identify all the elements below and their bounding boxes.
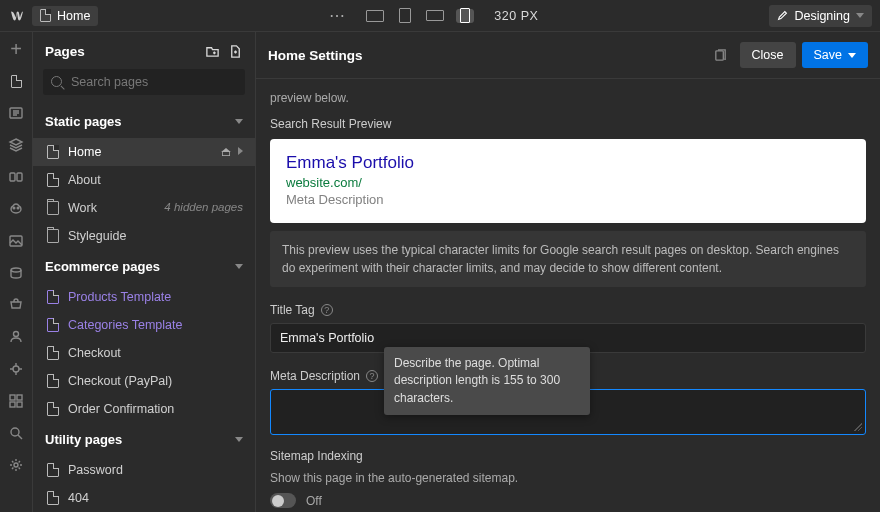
breadcrumb-label: Home	[57, 9, 90, 23]
preview-url: website.com/	[286, 175, 850, 190]
section-utility-pages[interactable]: Utility pages	[33, 423, 255, 456]
page-row-categories-template[interactable]: Categories Template	[33, 311, 255, 339]
page-row-about[interactable]: About	[33, 166, 255, 194]
svg-rect-9	[10, 395, 15, 400]
viewport-size: 320 PX	[494, 9, 538, 23]
page-row-home[interactable]: Home	[33, 138, 255, 166]
sitemap-state: Off	[306, 494, 322, 508]
topbar: Home ⋯ 320 PX Designing	[0, 0, 880, 32]
section-static-pages[interactable]: Static pages	[33, 105, 255, 138]
folder-icon	[47, 201, 59, 215]
page-row-order-confirmation[interactable]: Order Confirmation	[33, 395, 255, 423]
svg-point-7	[14, 332, 19, 337]
page-row-work[interactable]: Work 4 hidden pages	[33, 194, 255, 222]
svg-rect-12	[17, 402, 22, 407]
search-placeholder: Search pages	[71, 75, 148, 89]
chevron-down-icon	[856, 13, 864, 18]
page-icon	[47, 173, 59, 187]
app-logo-icon	[8, 7, 26, 25]
cms-icon[interactable]	[7, 264, 25, 282]
chevron-down-icon	[848, 53, 856, 58]
tablet-landscape-icon[interactable]	[426, 9, 444, 23]
page-row-checkout[interactable]: Checkout	[33, 339, 255, 367]
search-preview-label: Search Result Preview	[270, 117, 866, 131]
page-icon	[47, 402, 59, 416]
pages-panel: Pages Search pages Static pages Home Abo…	[33, 32, 256, 512]
new-page-icon[interactable]	[228, 44, 243, 59]
pages-title: Pages	[45, 44, 197, 59]
page-icon	[47, 374, 59, 388]
preview-tail-text: preview below.	[270, 91, 866, 105]
settings-title: Home Settings	[268, 48, 713, 63]
chevron-right-icon	[238, 147, 243, 155]
search-icon[interactable]	[7, 424, 25, 442]
preview-title: Emma's Portfolio	[286, 153, 850, 173]
desktop-device-icon[interactable]	[366, 9, 384, 23]
copy-icon[interactable]	[713, 48, 728, 63]
left-rail: +	[0, 32, 33, 512]
svg-rect-15	[715, 50, 723, 59]
svg-point-3	[13, 207, 15, 209]
settings-body: preview below. Search Result Preview Emm…	[256, 79, 880, 512]
svg-rect-2	[17, 173, 22, 181]
page-icon	[47, 318, 59, 332]
help-icon[interactable]: ?	[366, 370, 378, 382]
help-icon[interactable]: ?	[321, 304, 333, 316]
search-result-preview: Emma's Portfolio website.com/ Meta Descr…	[270, 139, 866, 223]
add-element-icon[interactable]: +	[7, 40, 25, 58]
page-row-styleguide[interactable]: Styleguide	[33, 222, 255, 250]
svg-rect-1	[10, 173, 15, 181]
svg-point-6	[11, 268, 21, 272]
phone-device-icon[interactable]	[456, 9, 474, 23]
page-icon	[47, 145, 59, 159]
preview-description: Meta Description	[286, 192, 850, 207]
section-ecommerce-pages[interactable]: Ecommerce pages	[33, 250, 255, 283]
page-icon	[47, 491, 59, 505]
breadcrumb-home[interactable]: Home	[32, 6, 98, 26]
svg-point-14	[14, 463, 18, 467]
style-icon[interactable]	[7, 200, 25, 218]
sitemap-toggle[interactable]	[270, 493, 296, 508]
tablet-device-icon[interactable]	[396, 9, 414, 23]
apps-icon[interactable]	[7, 392, 25, 410]
page-row-password[interactable]: Password	[33, 456, 255, 484]
save-button[interactable]: Save	[802, 42, 869, 68]
search-icon	[51, 76, 64, 89]
navigator-icon[interactable]	[7, 104, 25, 122]
users-icon[interactable]	[7, 328, 25, 346]
sitemap-label: Sitemap Indexing	[270, 449, 866, 463]
components-icon[interactable]	[7, 136, 25, 154]
page-row-products-template[interactable]: Products Template	[33, 283, 255, 311]
ecommerce-icon[interactable]	[7, 296, 25, 314]
search-pages-input[interactable]: Search pages	[43, 69, 245, 95]
svg-point-13	[11, 428, 19, 436]
pages-icon[interactable]	[7, 72, 25, 90]
assets-icon[interactable]	[7, 232, 25, 250]
page-icon	[47, 290, 59, 304]
hidden-pages-note: 4 hidden pages	[164, 202, 243, 214]
page-icon	[47, 463, 59, 477]
page-row-404[interactable]: 404	[33, 484, 255, 512]
close-button[interactable]: Close	[740, 42, 796, 68]
meta-description-tooltip: Describe the page. Optimal description l…	[384, 347, 590, 415]
preview-note: This preview uses the typical character …	[270, 231, 866, 287]
page-icon	[40, 9, 51, 22]
svg-point-4	[17, 207, 19, 209]
pencil-icon	[777, 10, 788, 21]
page-icon	[47, 346, 59, 360]
mode-selector[interactable]: Designing	[769, 5, 872, 27]
settings-header: Home Settings Close Save	[256, 32, 880, 79]
logic-icon[interactable]	[7, 360, 25, 378]
variables-icon[interactable]	[7, 168, 25, 186]
mode-label: Designing	[794, 9, 850, 23]
settings-panel: Home Settings Close Save preview below. …	[256, 32, 880, 512]
page-row-checkout-paypal[interactable]: Checkout (PayPal)	[33, 367, 255, 395]
title-tag-label: Title Tag ?	[270, 303, 866, 317]
new-folder-icon[interactable]	[205, 44, 220, 59]
folder-icon	[47, 229, 59, 243]
sitemap-toggle-row: Off	[270, 493, 866, 508]
home-icon	[221, 148, 231, 156]
sitemap-hint: Show this page in the auto-generated sit…	[270, 471, 866, 485]
settings-icon[interactable]	[7, 456, 25, 474]
more-icon[interactable]: ⋯	[329, 6, 346, 25]
